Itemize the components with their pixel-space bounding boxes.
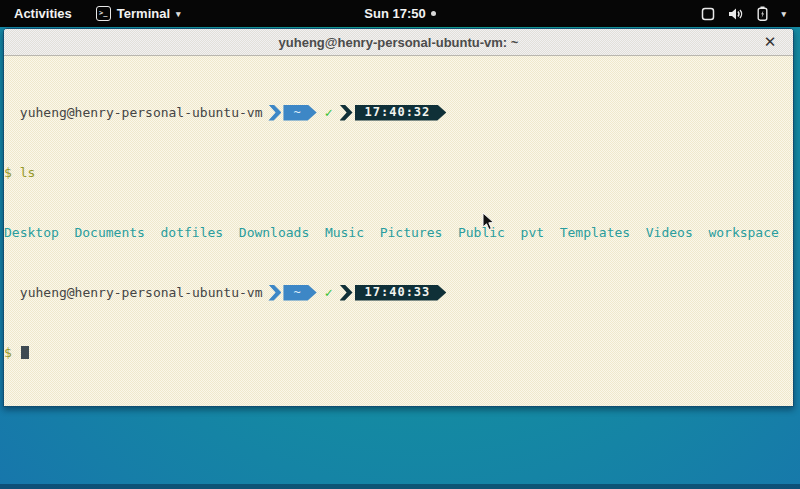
powerline-chevron-icon (268, 285, 281, 301)
prompt-user: yuheng@henry-personal-ubuntu-vm (4, 105, 262, 120)
input-line[interactable]: $ (4, 345, 793, 360)
display-icon (701, 7, 715, 21)
powerline-chevron-icon (340, 105, 353, 121)
top-bar: Activities >_ Terminal ▾ Sun 17:50 ▾ (0, 0, 800, 27)
terminal-app-icon: >_ (96, 6, 111, 21)
powerline-chevron-icon (340, 285, 353, 301)
spacer (12, 345, 20, 360)
battery-charging-icon (757, 6, 768, 21)
spacer (12, 165, 20, 180)
prompt-path-badge: ~ (283, 285, 316, 301)
terminal-content[interactable]: yuheng@henry-personal-ubuntu-vm ~ ✓ 17:4… (4, 56, 793, 406)
prompt-dollar: $ (4, 345, 12, 360)
activities-button[interactable]: Activities (0, 0, 86, 27)
volume-icon (728, 7, 744, 21)
check-icon: ✓ (325, 285, 333, 300)
prompt-path-badge: ~ (283, 105, 316, 121)
close-button[interactable]: ✕ (759, 29, 781, 55)
prompt-time-badge: 17:40:32 (355, 105, 447, 121)
prompt-line-2: yuheng@henry-personal-ubuntu-vm ~ ✓ 17:4… (4, 285, 793, 300)
command-text: ls (20, 165, 36, 180)
terminal-window: yuheng@henry-personal-ubuntu-vm: ~ ✕ yuh… (3, 28, 794, 407)
powerline-chevron-icon (268, 105, 281, 121)
ls-output-line: Desktop Documents dotfiles Downloads Mus… (4, 225, 793, 240)
directory-listing: Desktop Documents dotfiles Downloads Mus… (4, 225, 779, 240)
wallpaper-bottom-shade (0, 484, 800, 489)
window-title: yuheng@henry-personal-ubuntu-vm: ~ (279, 35, 519, 50)
prompt-time-badge: 17:40:33 (355, 285, 447, 301)
system-status-area[interactable]: ▾ (687, 0, 800, 27)
powerline-segment: ~ ✓ 17:40:33 (262, 285, 446, 301)
notification-dot-icon (431, 11, 436, 16)
terminal-cursor (21, 346, 29, 359)
command-line: $ ls (4, 165, 793, 180)
activities-label: Activities (14, 6, 72, 21)
powerline-segment: ~ ✓ 17:40:32 (262, 105, 446, 121)
chevron-down-icon: ▾ (176, 9, 181, 19)
chevron-down-icon: ▾ (781, 9, 786, 19)
clock-button[interactable]: Sun 17:50 (364, 6, 435, 21)
app-menu-label: Terminal (117, 6, 170, 21)
window-titlebar[interactable]: yuheng@henry-personal-ubuntu-vm: ~ ✕ (4, 29, 793, 56)
check-icon: ✓ (325, 105, 333, 120)
prompt-user: yuheng@henry-personal-ubuntu-vm (4, 285, 262, 300)
clock-label: Sun 17:50 (364, 6, 425, 21)
prompt-line-1: yuheng@henry-personal-ubuntu-vm ~ ✓ 17:4… (4, 105, 793, 120)
app-menu-terminal[interactable]: >_ Terminal ▾ (86, 0, 191, 27)
prompt-dollar: $ (4, 165, 12, 180)
